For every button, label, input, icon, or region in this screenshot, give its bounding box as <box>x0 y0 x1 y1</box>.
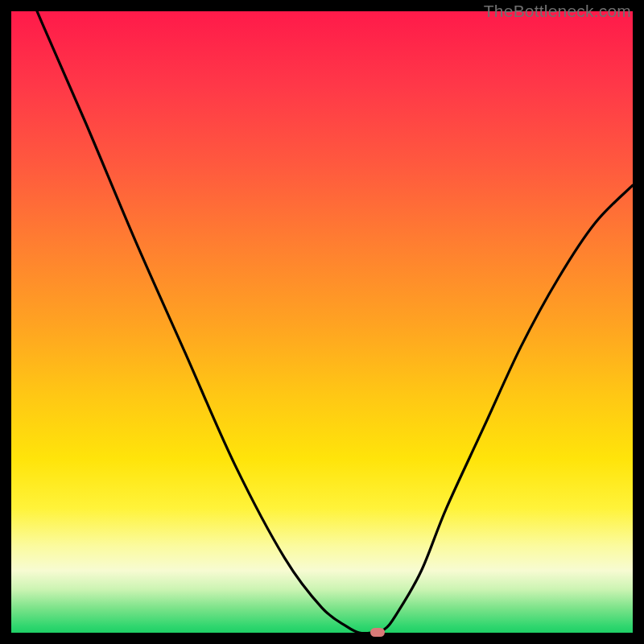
optimum-marker <box>370 628 385 637</box>
curve-path <box>11 0 633 634</box>
watermark-text: TheBottleneck.com <box>484 2 631 21</box>
plot-background-gradient <box>11 11 633 633</box>
chart-frame: TheBottleneck.com <box>0 0 644 644</box>
bottleneck-curve <box>11 11 633 633</box>
